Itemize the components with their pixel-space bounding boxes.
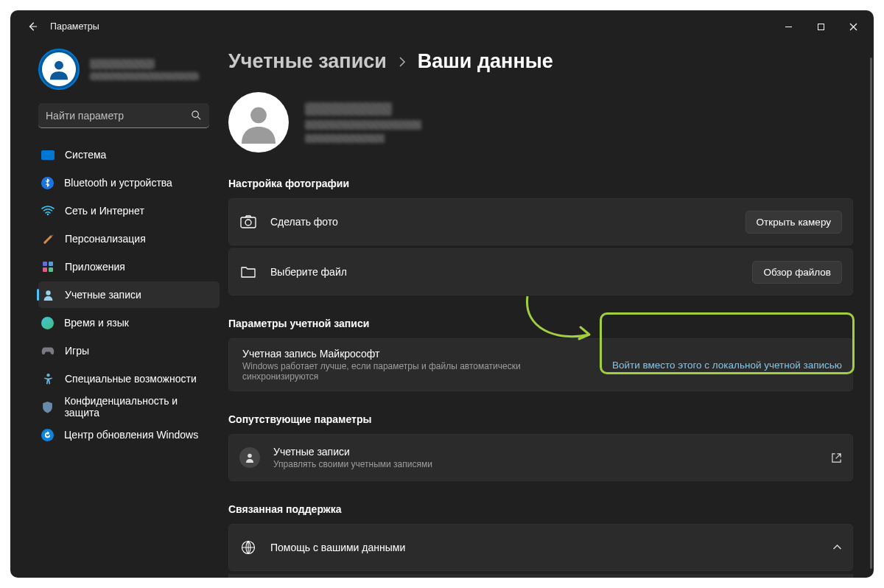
svg-point-10 <box>250 107 267 123</box>
nav-apps[interactable]: Приложения <box>38 253 220 280</box>
person-icon <box>41 288 55 301</box>
nav-system[interactable]: Система <box>38 141 220 168</box>
card-title: Помощь с вашими данными <box>270 542 819 553</box>
card-title: Сделать фото <box>270 216 732 228</box>
nav-bluetooth[interactable]: Bluetooth и устройства <box>38 169 220 196</box>
nav-time-language[interactable]: Время и язык <box>38 309 220 336</box>
svg-rect-4 <box>43 262 47 266</box>
titlebar: Параметры <box>10 10 874 43</box>
maximize-icon <box>817 23 825 31</box>
nav-label: Центр обновления Windows <box>64 429 198 441</box>
svg-rect-11 <box>241 217 256 228</box>
globe-clock-icon <box>41 317 54 329</box>
nav-label: Специальные возможности <box>65 373 197 385</box>
user-block[interactable] <box>10 43 220 100</box>
wifi-icon <box>41 204 55 217</box>
section-related-heading: Сопутствующие параметры <box>228 413 853 425</box>
nav-label: Персонализация <box>65 233 146 245</box>
browse-files-button[interactable]: Обзор файлов <box>752 261 842 284</box>
nav-privacy[interactable]: Конфиденциальность и защита <box>38 393 220 420</box>
profile-header <box>228 92 853 153</box>
card-title: Выберите файл <box>270 266 739 278</box>
close-icon <box>849 23 857 31</box>
bluetooth-icon <box>41 177 54 189</box>
user-name-block <box>90 59 199 80</box>
scrollbar[interactable] <box>870 57 872 569</box>
nav-gaming[interactable]: Игры <box>38 337 220 364</box>
breadcrumb-parent[interactable]: Учетные записи <box>228 50 387 73</box>
card-choose-file: Выберите файл Обзор файлов <box>228 248 853 295</box>
nav-windows-update[interactable]: Центр обновления Windows <box>38 421 220 448</box>
svg-point-12 <box>245 220 251 225</box>
svg-rect-0 <box>818 24 824 29</box>
nav-label: Сеть и Интернет <box>65 205 144 217</box>
nav-label: Система <box>65 149 106 161</box>
user-avatar <box>38 49 80 90</box>
local-account-link[interactable]: Войти вместо этого с локальной учетной з… <box>612 360 842 371</box>
nav-list: Система Bluetooth и устройства Сеть и Ин… <box>10 141 220 448</box>
card-create-account[interactable]: Создание учетной записи Майкрософт <box>228 574 853 578</box>
app-title: Параметры <box>50 21 99 32</box>
accessibility-icon <box>41 372 55 385</box>
svg-rect-6 <box>43 267 47 272</box>
svg-point-3 <box>47 214 49 216</box>
nav-label: Конфиденциальность и защита <box>64 395 211 419</box>
card-ms-account: Учетная запись Майкрософт Windows работа… <box>228 338 853 391</box>
card-title: Учетная запись Майкрософт <box>242 348 599 360</box>
open-external-icon <box>831 452 842 463</box>
svg-rect-5 <box>49 262 53 266</box>
nav-label: Bluetooth и устройства <box>64 177 172 189</box>
nav-label: Время и язык <box>64 317 129 329</box>
profile-name-block <box>305 102 421 143</box>
card-title: Учетные записи <box>273 446 818 458</box>
search-input[interactable] <box>46 110 191 122</box>
arrow-left-icon <box>27 21 38 32</box>
nav-network[interactable]: Сеть и Интернет <box>38 197 220 224</box>
person-icon <box>237 101 280 144</box>
nav-accessibility[interactable]: Специальные возможности <box>38 365 220 392</box>
window-controls <box>772 15 869 38</box>
minimize-button[interactable] <box>772 15 804 38</box>
minimize-icon <box>785 23 793 31</box>
nav-label: Приложения <box>65 261 125 273</box>
breadcrumb: Учетные записи Ваши данные <box>228 50 853 73</box>
settings-window: Параметры <box>10 10 874 578</box>
person-icon <box>46 57 71 82</box>
main-content: Учетные записи Ваши данные <box>224 43 874 578</box>
section-photo-heading: Настройка фотографии <box>228 178 853 189</box>
person-small-icon <box>239 447 260 468</box>
svg-point-8 <box>46 290 50 295</box>
brush-icon <box>41 232 55 245</box>
search-box[interactable] <box>38 103 209 128</box>
nav-personalization[interactable]: Персонализация <box>38 225 220 252</box>
section-support-heading: Связанная поддержка <box>228 503 853 515</box>
card-accounts[interactable]: Учетные записи Управлять своими учетными… <box>228 434 853 481</box>
shield-icon <box>41 400 54 413</box>
nav-accounts[interactable]: Учетные записи <box>38 281 220 308</box>
back-button[interactable] <box>22 16 43 37</box>
gamepad-icon <box>41 344 55 357</box>
svg-point-1 <box>55 61 63 70</box>
svg-rect-7 <box>49 267 53 272</box>
sync-icon <box>41 429 54 441</box>
globe-icon <box>239 539 257 556</box>
svg-point-13 <box>248 454 252 458</box>
section-account-heading: Параметры учетной записи <box>228 318 853 329</box>
card-subtitle: Управлять своими учетными записями <box>273 459 818 469</box>
profile-avatar <box>228 92 289 153</box>
card-take-photo: Сделать фото Открыть камеру <box>228 198 853 245</box>
svg-point-9 <box>46 374 49 377</box>
open-camera-button[interactable]: Открыть камеру <box>746 211 842 234</box>
close-button[interactable] <box>837 15 869 38</box>
folder-icon <box>239 263 257 281</box>
search-icon <box>191 110 202 121</box>
display-icon <box>41 150 55 160</box>
breadcrumb-current: Ваши данные <box>418 50 553 73</box>
svg-point-2 <box>192 111 198 117</box>
chevron-right-icon <box>399 57 406 67</box>
chevron-up-icon <box>832 545 842 550</box>
apps-icon <box>41 260 55 273</box>
card-help[interactable]: Помощь с вашими данными <box>228 524 853 571</box>
camera-icon <box>239 213 257 231</box>
maximize-button[interactable] <box>804 15 837 38</box>
